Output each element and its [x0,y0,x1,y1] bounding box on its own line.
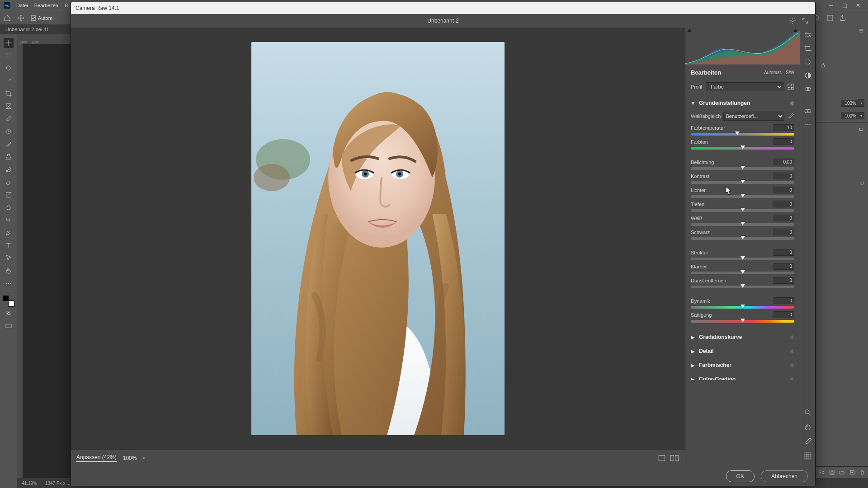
whites-value[interactable] [774,215,794,221]
workspace-icon[interactable] [826,14,834,22]
document-tab[interactable]: Unbenannt-2 bei 41 [5,27,49,32]
screenmode-tool[interactable] [4,321,14,331]
crop-tool[interactable] [4,89,14,99]
saturation-slider[interactable] [691,320,794,323]
move-tool[interactable] [4,38,14,48]
clarity-slider[interactable] [691,272,794,274]
opacity-dropdown[interactable]: ▾ [858,99,864,107]
redeye-tool-icon[interactable] [803,84,812,94]
temperature-value[interactable] [774,124,794,131]
edit-tool-icon[interactable] [803,30,812,39]
panel-mixer-visibility-icon[interactable]: ◉ [790,362,794,368]
before-view-icon[interactable] [658,454,666,462]
panel-basic-header[interactable]: ▼ Grundeinstellungen ◉ [685,96,800,110]
crop-tool-icon[interactable] [803,44,812,53]
hand-tool-icon[interactable] [803,422,812,432]
more-icon[interactable] [803,120,812,129]
lasso-tool[interactable] [4,63,14,73]
dodge-tool[interactable] [4,215,14,225]
trash-icon[interactable] [859,469,865,475]
frame-tool[interactable] [4,101,14,111]
folder-icon[interactable] [839,469,845,475]
compare-view-icon[interactable] [670,454,679,462]
presets-icon[interactable] [803,107,812,116]
blacks-slider[interactable] [691,237,794,240]
texture-value[interactable] [774,249,794,256]
type-tool[interactable] [4,240,14,250]
history-brush-tool[interactable] [4,164,14,174]
exposure-value[interactable] [774,159,794,165]
saturation-value[interactable] [774,311,794,318]
cancel-button[interactable]: Abbrechen [761,470,808,482]
opacity-field[interactable] [841,100,858,107]
panel-grading-visibility-icon[interactable]: ◉ [790,376,794,380]
marquee-tool[interactable] [4,51,14,61]
texture-slider[interactable] [691,258,794,260]
menu-edit[interactable]: Bearbeiten [34,3,58,8]
clarity-value[interactable] [774,263,794,270]
menu-file[interactable]: Datei [16,3,28,8]
wand-tool[interactable] [4,76,14,86]
fill-field[interactable] [841,113,858,119]
mask-icon[interactable] [829,469,835,475]
quickmask-tool[interactable] [4,309,14,319]
path-select-tool[interactable] [4,253,14,263]
auto-select-checkbox[interactable]: Autom. [31,15,54,21]
panel-grading-header[interactable]: ▶Color-Grading◉ [685,372,800,380]
color-swatch[interactable] [4,296,14,306]
zoom-fit-button[interactable]: Anpassen (42%) [76,454,117,462]
zoom-100-button[interactable]: 100% [123,455,137,461]
zoom-dropdown[interactable]: ▾ [143,456,145,460]
tint-value[interactable] [774,138,794,145]
whites-slider[interactable] [691,223,794,226]
tint-slider[interactable] [691,147,794,150]
ok-button[interactable]: OK [726,470,755,482]
layer-lock-icon[interactable] [858,125,864,131]
color-sampler-icon[interactable] [803,437,812,446]
gradient-tool[interactable] [4,190,14,200]
dehaze-value[interactable] [774,277,794,284]
fullscreen-icon[interactable] [802,17,809,24]
auto-button[interactable]: Automat. [764,70,782,75]
heal-tool-icon[interactable] [803,57,812,66]
vibrance-value[interactable] [774,297,794,304]
more-tools[interactable] [4,278,14,288]
highlights-slider[interactable] [691,195,794,198]
dehaze-slider[interactable] [691,286,794,288]
panel-mixer-header[interactable]: ▶Farbmischer◉ [685,358,800,372]
panel-basic-visibility-icon[interactable]: ◉ [790,100,794,106]
wb-eyedropper-icon[interactable] [787,113,794,120]
pen-tool[interactable] [4,228,14,238]
panel-curve-header[interactable]: ▶Gradationskurve◉ [685,330,800,344]
panel-curve-visibility-icon[interactable]: ◉ [790,334,794,340]
vibrance-slider[interactable] [691,306,794,309]
blacks-value[interactable] [774,229,794,235]
window-maximize-button[interactable]: ▢ [838,1,851,9]
eraser-tool[interactable] [4,177,14,187]
share-icon[interactable] [839,14,846,22]
stamp-tool[interactable] [4,152,14,162]
hand-tool[interactable] [4,266,14,276]
brush-tool[interactable] [4,139,14,149]
window-minimize-button[interactable]: ─ [825,1,837,9]
gear-icon[interactable] [789,17,796,24]
shadows-value[interactable] [774,201,794,207]
lock-icon[interactable] [820,62,826,68]
fx-icon[interactable] [819,469,825,475]
shadows-slider[interactable] [691,209,794,212]
menu-trunc[interactable]: B [65,3,68,8]
profile-browser-icon[interactable] [787,83,794,90]
fill-dropdown[interactable]: ▾ [858,112,864,119]
contrast-slider[interactable] [691,181,794,184]
exposure-slider[interactable] [691,167,794,170]
panel-detail-visibility-icon[interactable]: ◉ [790,348,794,354]
wb-select[interactable]: Benutzerdefi... [723,112,784,121]
window-close-button[interactable]: ✕ [852,1,864,9]
bw-button[interactable]: S/W [786,70,794,75]
heal-tool[interactable] [4,127,14,136]
home-icon[interactable] [4,14,11,22]
grid-icon[interactable] [803,451,812,460]
eyedropper-tool[interactable] [4,114,14,124]
profile-select[interactable]: Farbe [706,82,783,91]
highlights-value[interactable] [774,187,794,193]
